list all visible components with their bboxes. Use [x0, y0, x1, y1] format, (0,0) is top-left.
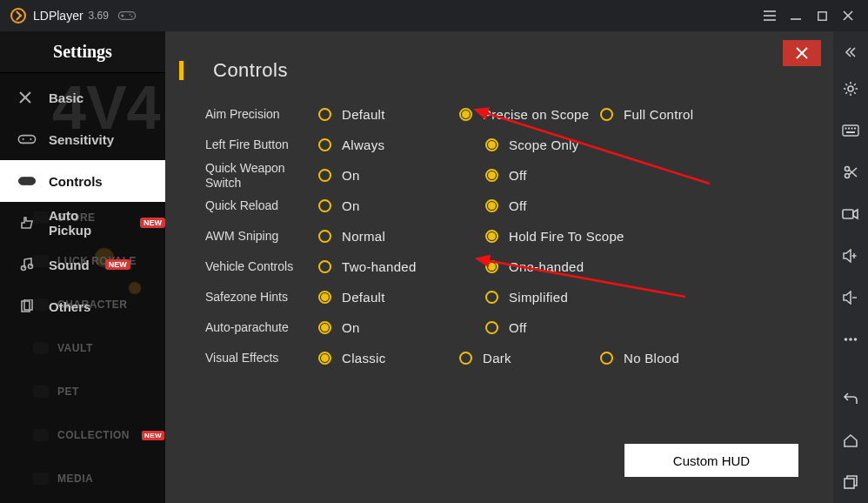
radio-icon	[318, 260, 331, 273]
nav-sound[interactable]: Sound NEW	[0, 244, 165, 285]
option-label: On	[342, 320, 360, 335]
radio-icon	[485, 230, 498, 243]
svg-point-4	[131, 16, 133, 17]
radio-icon	[318, 321, 331, 334]
document-icon	[17, 299, 37, 313]
radio-option[interactable]: Two-handed	[318, 259, 485, 274]
svg-line-34	[845, 84, 847, 85]
setting-row: Vehicle ControlsTwo-handedOne-handed	[205, 252, 833, 282]
option-label: Classic	[342, 351, 385, 366]
radio-option[interactable]: Precise on Scope	[459, 107, 600, 122]
app-version: 3.69	[89, 10, 109, 22]
nav-basic[interactable]: Basic	[0, 77, 165, 118]
radio-icon	[485, 138, 498, 151]
svg-rect-9	[818, 11, 825, 19]
settings-sidebar: 4V4 Settings STORE LUCK ROYALE CHARACTER…	[0, 31, 165, 503]
svg-point-54	[854, 338, 858, 341]
svg-line-35	[854, 92, 856, 94]
minimize-button[interactable]	[783, 0, 809, 31]
nav-label: Auto Pickup	[49, 208, 124, 238]
radio-option[interactable]: Off	[485, 198, 652, 213]
svg-rect-39	[845, 128, 847, 130]
close-icon	[796, 47, 808, 59]
setting-label: Left Fire Button	[205, 137, 318, 151]
option-label: Off	[509, 168, 527, 183]
gamepad-icon	[17, 174, 37, 188]
radio-option[interactable]: On	[318, 168, 485, 183]
radio-option[interactable]: Dark	[459, 351, 600, 366]
radio-option[interactable]: Scope Only	[485, 137, 652, 152]
setting-row: Left Fire ButtonAlwaysScope Only	[205, 130, 833, 160]
nav-label: Controls	[49, 174, 103, 189]
controls-rows: Aim PrecisionDefaultPrecise on ScopeFull…	[165, 99, 833, 373]
svg-point-15	[23, 138, 24, 140]
page-title-row: Controls	[165, 31, 833, 99]
radio-option[interactable]: Off	[485, 168, 652, 183]
menu-button[interactable]	[757, 0, 783, 31]
svg-point-19	[30, 180, 31, 182]
collapse-rail-button[interactable]	[833, 37, 868, 68]
svg-rect-41	[851, 128, 853, 130]
radio-option[interactable]: One-handed	[485, 259, 652, 274]
radio-option[interactable]: On	[318, 320, 485, 335]
svg-point-21	[29, 265, 33, 269]
option-label: Normal	[342, 229, 385, 244]
setting-label: Visual Effects	[205, 351, 318, 365]
radio-option[interactable]: Classic	[318, 351, 459, 366]
radio-icon	[459, 352, 472, 365]
radio-option[interactable]: Hold Fire To Scope	[485, 229, 652, 244]
radio-option[interactable]: Simplified	[485, 290, 652, 305]
svg-rect-43	[846, 131, 855, 133]
radio-icon	[485, 291, 498, 304]
recent-apps-button[interactable]	[833, 461, 868, 503]
svg-rect-40	[848, 128, 850, 130]
radio-icon	[600, 108, 613, 121]
home-button[interactable]	[833, 419, 868, 461]
close-panel-button[interactable]	[783, 40, 821, 66]
radio-option[interactable]: No Blood	[600, 351, 741, 366]
setting-label: Aim Precision	[205, 107, 318, 121]
radio-option[interactable]: Full Control	[600, 107, 741, 122]
volume-up-button[interactable]	[833, 235, 868, 277]
option-group: OnOff	[318, 198, 652, 213]
nav-label: Others	[49, 299, 90, 314]
radio-option[interactable]: Off	[485, 320, 652, 335]
new-badge: NEW	[140, 218, 165, 228]
radio-icon	[318, 352, 331, 365]
close-window-button[interactable]	[835, 0, 861, 31]
more-button[interactable]	[833, 319, 868, 360]
option-label: On	[342, 198, 360, 213]
radio-option[interactable]: Default	[318, 290, 485, 305]
radio-icon	[318, 199, 331, 212]
record-camera-button[interactable]	[833, 193, 868, 235]
nav-others[interactable]: Others	[0, 285, 165, 327]
scissors-button[interactable]	[833, 151, 868, 193]
radio-icon	[318, 108, 331, 121]
setting-label: Vehicle Controls	[205, 259, 318, 273]
svg-line-37	[854, 84, 856, 85]
back-button[interactable]	[833, 378, 868, 419]
custom-hud-button[interactable]: Custom HUD	[624, 444, 798, 477]
radio-option[interactable]: Default	[318, 107, 459, 122]
nav-sensitivity[interactable]: Sensitivity	[0, 118, 165, 160]
keyboard-button[interactable]	[833, 110, 868, 151]
radio-icon	[318, 138, 331, 151]
maximize-button[interactable]	[809, 0, 835, 31]
radio-option[interactable]: On	[318, 198, 485, 213]
volume-down-button[interactable]	[833, 277, 868, 319]
radio-icon	[485, 199, 498, 212]
option-label: Off	[509, 198, 527, 213]
radio-option[interactable]: Always	[318, 137, 485, 152]
radio-option[interactable]: Normal	[318, 229, 485, 244]
nav-controls[interactable]: Controls	[0, 160, 165, 202]
option-group: Two-handedOne-handed	[318, 259, 652, 274]
app-logo-icon	[10, 8, 26, 23]
settings-gear-button[interactable]	[833, 68, 868, 110]
nav-auto-pickup[interactable]: Auto Pickup NEW	[0, 202, 165, 244]
app-name: LDPlayer	[33, 9, 83, 23]
svg-point-52	[845, 338, 848, 341]
nav-label: Basic	[49, 91, 83, 105]
setting-label: Auto-parachute	[205, 320, 318, 334]
radio-icon	[485, 321, 498, 334]
radio-icon	[600, 352, 613, 365]
